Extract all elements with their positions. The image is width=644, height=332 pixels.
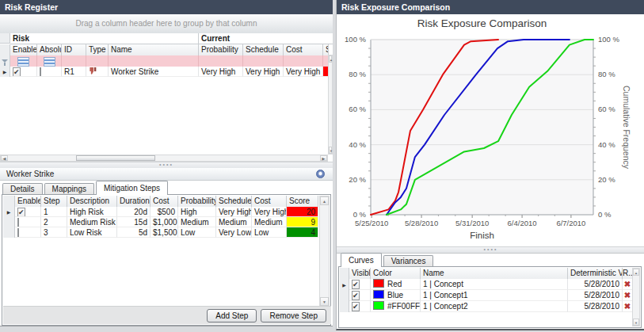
scroll-down-icon[interactable]: ▼ [329, 147, 332, 154]
filter-cell[interactable] [199, 55, 243, 67]
scroll-left-icon[interactable]: ◀ [1, 155, 8, 161]
scroll-down-icon[interactable]: ▼ [320, 297, 329, 306]
visible-checkbox[interactable] [352, 302, 360, 311]
cv-deterministic-cell[interactable]: 5/28/2010 [568, 290, 623, 301]
tab-details[interactable]: Details [2, 183, 43, 195]
ms-score-cell[interactable]: 20 [287, 207, 318, 217]
cv-name-cell[interactable]: 1 | Concept [421, 279, 568, 290]
cv-color-cell[interactable]: Red [371, 279, 421, 290]
cv-visible-cell[interactable] [349, 290, 371, 301]
risk-cost-cell[interactable]: Very High [284, 67, 323, 77]
tab-mappings[interactable]: Mappings [44, 183, 94, 195]
ms-enabled-cell[interactable] [15, 227, 41, 238]
mitigation-row-3[interactable]: 3 Low Risk 5d $1,500 Low Very Low Low 4 [3, 227, 320, 238]
ms-description-cell[interactable]: Medium Risk [67, 217, 117, 227]
filter-cell[interactable] [62, 55, 86, 67]
risk-probability-cell[interactable]: Very High [199, 67, 243, 77]
ms-cost-cell[interactable]: $1,000 [151, 217, 178, 227]
col-schedule[interactable]: Schedule [216, 196, 252, 207]
ms-cost-cell[interactable]: $500 [151, 207, 178, 217]
enabled-checkbox[interactable] [13, 67, 21, 77]
col-name[interactable]: Name [109, 44, 199, 55]
col-description[interactable]: Description [67, 196, 117, 207]
remove-curve-icon[interactable]: ✖ [623, 290, 632, 301]
ms-schedule-cell[interactable]: Very High [216, 207, 252, 217]
cv-name-cell[interactable]: 1 | Concept2 [421, 301, 568, 312]
cv-deterministic-cell[interactable]: 5/28/2010 [568, 301, 623, 312]
scroll-down-icon[interactable]: ▼ [633, 319, 639, 326]
ms-description-cell[interactable]: Low Risk [67, 227, 117, 238]
ms-probability-cell[interactable]: Medium [178, 217, 216, 227]
col-type[interactable]: Type [86, 44, 109, 55]
pin-icon[interactable] [316, 170, 325, 178]
scroll-up-icon[interactable]: ▲ [329, 55, 332, 63]
mitigation-row-1[interactable]: ▶ 1 High Risk 20d $500 High Very High Ve… [3, 207, 320, 217]
col-score-truncated[interactable]: Sc [323, 44, 329, 55]
ms-duration-cell[interactable]: 20d [117, 207, 151, 217]
col-id[interactable]: ID [62, 44, 86, 55]
col-color[interactable]: Color [371, 268, 421, 279]
curve-row-green[interactable]: #FF00FF00 1 | Concept2 5/28/2010 ✖ [340, 301, 633, 312]
curve-row-red[interactable]: ▶ Red 1 | Concept 5/28/2010 ✖ [340, 279, 633, 290]
tab-variances[interactable]: Variances [383, 255, 434, 267]
filter-cell[interactable] [86, 55, 109, 67]
col-visible[interactable]: Visible [349, 268, 371, 279]
ms-step-cell[interactable]: 2 [41, 217, 67, 227]
tab-curves[interactable]: Curves [341, 253, 382, 267]
ms-score-cell[interactable]: 4 [287, 227, 318, 238]
ms-cost2-cell[interactable]: Medium [252, 217, 287, 227]
ms-duration-cell[interactable]: 5d [117, 227, 151, 238]
ms-cost2-cell[interactable]: Very High [252, 207, 287, 217]
filter-absolute-cell[interactable] [37, 55, 62, 67]
col-curve-name[interactable]: Name [421, 268, 568, 279]
col-enabled[interactable]: Enabled [15, 196, 41, 207]
tab-mitigation-steps[interactable]: Mitigation Steps [96, 181, 168, 195]
filter-dropdown-icon[interactable] [44, 57, 55, 67]
mitigation-row-2[interactable]: 2 Medium Risk 15d $1,000 Medium Medium M… [3, 217, 320, 227]
col-cost[interactable]: Cost [284, 44, 323, 55]
ms-cost-cell[interactable]: $1,500 [151, 227, 178, 238]
col-cost2[interactable]: Cost [252, 196, 287, 207]
scroll-up-icon[interactable]: ▲ [633, 269, 639, 276]
enabled-checkbox[interactable] [17, 208, 25, 217]
col-deterministic-value[interactable]: Deterministic Value [568, 268, 623, 279]
ms-schedule-cell[interactable]: Very Low [216, 227, 252, 238]
risk-name-cell[interactable]: Worker Strike [109, 67, 199, 77]
enabled-checkbox[interactable] [17, 218, 19, 227]
ms-score-cell[interactable]: 9 [287, 217, 318, 227]
ms-schedule-cell[interactable]: Medium [216, 217, 252, 227]
col-score[interactable]: Score [287, 196, 318, 207]
add-step-button[interactable]: Add Step [207, 309, 257, 322]
cv-visible-cell[interactable] [349, 301, 371, 312]
filter-cell[interactable] [284, 55, 323, 67]
band-header-risk[interactable]: Risk [10, 33, 199, 44]
ms-enabled-cell[interactable] [15, 217, 41, 227]
cv-deterministic-cell[interactable]: 5/28/2010 [568, 279, 623, 290]
cv-name-cell[interactable]: 1 | Concept1 [421, 290, 568, 301]
ms-duration-cell[interactable]: 15d [117, 217, 151, 227]
filter-cell[interactable] [109, 55, 199, 67]
mitigation-grid-vscrollbar[interactable]: ▲ ▼ [319, 196, 330, 307]
col-probability[interactable]: Probability [199, 44, 243, 55]
scroll-right-icon[interactable]: ▶ [320, 155, 327, 161]
curves-grid-vscrollbar[interactable]: ▲ ▼ [632, 268, 640, 326]
col-cost[interactable]: Cost [151, 196, 178, 207]
col-absolute[interactable]: Absolu... [37, 44, 62, 55]
curve-row-blue[interactable]: Blue 1 | Concept1 5/28/2010 ✖ [340, 290, 633, 301]
filter-dropdown-icon[interactable] [17, 57, 29, 67]
risk-enabled-cell[interactable] [10, 67, 37, 77]
risk-row-worker-strike[interactable]: ▶ R1 Worker Strike Very High Very High V… [0, 67, 333, 77]
col-probability[interactable]: Probability [178, 196, 216, 207]
ms-step-cell[interactable]: 3 [41, 227, 67, 238]
cv-color-cell[interactable]: Blue [371, 290, 421, 301]
scroll-up-icon[interactable]: ▲ [320, 197, 329, 205]
cv-visible-cell[interactable] [349, 279, 371, 290]
band-header-current[interactable]: Current [199, 33, 333, 44]
col-duration[interactable]: Duration [117, 196, 151, 207]
filter-cell[interactable] [243, 55, 284, 67]
group-by-drop-zone[interactable]: Drag a column header here to group by th… [0, 14, 333, 34]
risk-id-cell[interactable]: R1 [62, 67, 86, 77]
remove-curve-icon[interactable]: ✖ [623, 279, 632, 290]
filter-enabled-cell[interactable] [10, 55, 37, 67]
risk-grid-vscrollbar[interactable]: ▲ ▼ [328, 55, 333, 155]
